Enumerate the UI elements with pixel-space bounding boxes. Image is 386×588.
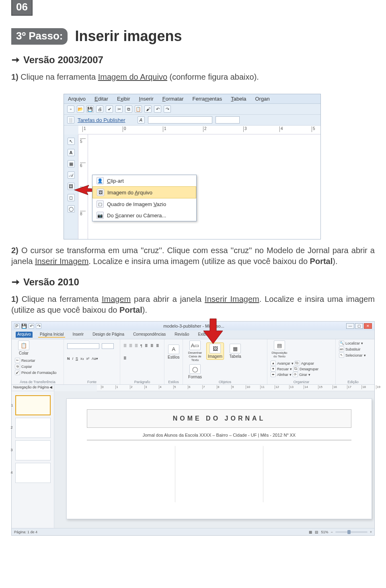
wrap-icon: ▤ [274,340,285,350]
view-mode-icon[interactable]: ▦ [309,530,312,534]
flyout-quadro-vazio[interactable]: ▢ Quadro de Imagem Vazio [92,198,196,210]
table-tool-icon[interactable]: ▦ [68,160,75,167]
page-thumb-1[interactable]: 1 [15,395,51,415]
replace-button[interactable]: abSubstituir [339,347,361,352]
version-2003-2007-heading: Versão 2003/2007 [11,54,103,66]
instruction-1-old: 1) Clique na ferramenta Imagem do Arquiv… [11,72,375,83]
insert-shapes-button[interactable]: ◯Formas [186,364,204,379]
font-name-combo[interactable] [67,343,99,349]
paste-icon: 📋 [18,340,29,350]
paste-icon[interactable]: 📋 [135,105,142,113]
select-icon: ↖ [339,353,344,358]
maximize-button[interactable]: ▢ [355,323,363,329]
select-button[interactable]: ↖Selecionar ▾ [339,353,366,358]
undo-icon[interactable]: ↶ [154,105,161,113]
page-thumb-2[interactable]: 2 [15,418,51,438]
insert-table-button[interactable]: ▦Tabela [226,344,244,359]
quick-access-toolbar: P 💾 ↶ ↷ [14,323,41,329]
font-size-combo-2010[interactable] [102,343,114,349]
step-title: Inserir imagens [75,28,182,45]
picture-file-icon: 🖼 [97,189,104,196]
menu-ferramentas[interactable]: Ferramentas [192,96,222,102]
insert-picture-flyout: 👤 Clip-art 🖼 Imagem do Arquivo ▢ Quadro … [92,175,197,221]
spellcheck-icon[interactable]: ✔ [106,105,113,113]
bring-forward-button[interactable]: ▲Avançar ▾ ⿻Agrupar [271,361,318,366]
new-doc-icon[interactable]: ▫ [67,105,74,113]
send-backward-button[interactable]: ▼Recuar ▾ ⿻Desagrupar [271,366,318,371]
copy-icon: ⧉ [15,364,20,369]
close-button[interactable]: ✕ [364,323,372,329]
menu-editar[interactable]: Editar [94,96,108,102]
cut-icon[interactable]: ✂ [115,105,123,113]
tab-correspondencias[interactable]: Correspondências [131,332,167,338]
doc-jornal-title: NOME DO JORNAL [87,409,351,428]
tasks-icon[interactable]: ░ [67,116,74,124]
standard-toolbar: ▫ 📂 💾 🖨 ✔ ✂ ⧉ 📋 🖌 ↶ ↷ [64,104,320,115]
oval-tool-icon[interactable]: ◯ [68,205,75,213]
scanner-icon: 📷 [96,212,104,219]
text-wrap-button[interactable]: ▤Disposição do Texto [271,340,288,358]
save-icon[interactable]: 💾 [86,105,94,113]
group-styles: AEstilos Estilos [164,339,183,384]
align-icon: ⬌ [271,372,276,377]
qat-redo-icon[interactable]: ↷ [36,323,41,329]
copy-button[interactable]: ⧉Copiar [15,364,57,369]
open-icon[interactable]: 📂 [77,105,84,113]
redo-icon[interactable]: ↷ [164,105,171,113]
copy-icon[interactable]: ⧉ [125,105,132,113]
menu-tabela[interactable]: Tabela [231,96,246,102]
tab-pagina-inicial[interactable]: Página Inicial [38,332,65,338]
cut-button[interactable]: ✂Recortar [15,358,57,363]
tab-inserir[interactable]: Inserir [71,332,85,338]
print-icon[interactable]: 🖨 [96,105,103,113]
tab-revisao[interactable]: Revisão [173,332,191,338]
font-combo[interactable] [148,116,212,124]
zoom-controls: ▦ ▤ 51% − + [309,530,372,534]
table-icon: ▦ [230,344,241,353]
arrow-right-icon [11,278,20,287]
tab-design[interactable]: Design de Página [91,332,126,338]
qat-save-icon[interactable]: 💾 [21,323,27,329]
font-size-icon[interactable]: A [138,116,145,124]
zoom-value: 51% [321,530,328,534]
format-painter-icon[interactable]: 🖌 [144,105,152,113]
publisher-2007-screenshot: Arquivo Editar Exibir Inserir Formatar F… [64,94,321,239]
instruction-1-new: 1) Clique na ferramenta Imagem para abri… [11,294,375,316]
page-thumb-4[interactable]: 4 [15,463,51,483]
view-mode-icon-2[interactable]: ▤ [315,530,318,534]
menu-exibir[interactable]: Exibir [117,96,130,102]
zoom-in-button[interactable]: + [370,530,372,534]
zoom-out-button[interactable]: − [331,530,333,534]
rotate-icon: ⟳ [293,372,298,377]
paste-button[interactable]: 📋Colar [15,340,33,355]
wordart-tool-icon[interactable]: 𝒜 [68,171,75,179]
nav-pane-header: Navegação de Página◀ [12,385,54,391]
flyout-imagem-do-arquivo[interactable]: 🖼 Imagem do Arquivo [92,186,196,198]
styles-button[interactable]: AEstilos [168,345,179,359]
zoom-slider[interactable] [335,531,368,533]
pub-app-icon: P [14,323,20,329]
page-thumb-3[interactable]: 3 [15,440,51,460]
tab-arquivo[interactable]: Arquivo [16,332,33,338]
textbox-tool-icon[interactable]: A [68,149,75,156]
menu-organ[interactable]: Organ [255,96,270,102]
format-painter-button[interactable]: 🖌Pincel de Formatação [15,370,57,375]
page-canvas[interactable]: NOME DO JORNAL Jornal dos Alunos da Esco… [54,391,374,528]
flyout-clipart[interactable]: 👤 Clip-art [92,175,196,186]
qat-undo-icon[interactable]: ↶ [29,323,34,329]
publisher-tasks-link[interactable]: Tarefas do Publisher [78,117,125,123]
statusbar: Página: 1 de 4 ▦ ▤ 51% − + [12,528,374,535]
font-size-combo[interactable] [216,116,240,124]
nav-collapse-icon[interactable]: ◀ [49,385,52,390]
flyout-scanner[interactable]: 📷 Do Scanner ou Câmera... [92,210,196,221]
group-icon: ⿻ [295,361,300,366]
align-button[interactable]: ⬌Alinhar ▾ ⟳Girar ▾ [271,372,318,377]
minimize-button[interactable]: — [346,323,354,329]
forward-icon: ▲ [271,361,276,366]
menu-arquivo[interactable]: Arquivo [68,96,86,102]
page-sheet: NOME DO JORNAL Jornal dos Alunos da Esco… [66,398,372,519]
menu-inserir[interactable]: Inserir [139,96,154,102]
find-button[interactable]: 🔍Localizar ▾ [339,340,363,346]
pointer-tool-icon[interactable]: ↖ [68,138,75,145]
menu-formatar[interactable]: Formatar [162,96,184,102]
